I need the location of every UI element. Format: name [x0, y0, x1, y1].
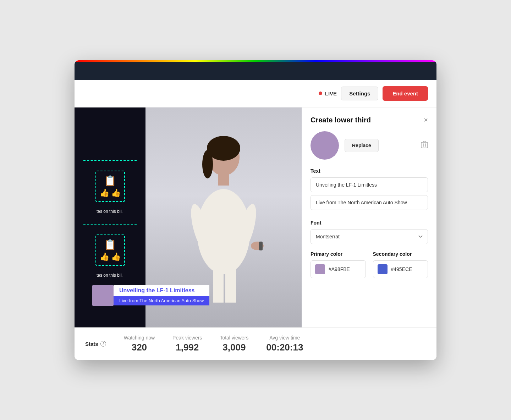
- colors-section: Primary color #A98FBE Secondary color #4…: [311, 251, 428, 278]
- receipt-icon: 📋: [104, 175, 116, 187]
- font-section: Font Montserrat Arial Roboto Open Sans L…: [311, 220, 428, 244]
- lower-third-text-container: Unveiling the LF-1 Limitless Live from T…: [114, 285, 209, 305]
- secondary-color-swatch-row[interactable]: #495ECE: [373, 260, 428, 278]
- video-area: 📋 👍 👍 tes on this bill. 📋 👍 👍 tes on thi: [75, 107, 302, 327]
- right-panel: Create lower third × Replace Te: [302, 107, 436, 327]
- avatar-preview: [311, 131, 339, 160]
- app-header: [75, 62, 436, 80]
- svg-rect-10: [259, 242, 263, 250]
- stat-watching-now: Watching now 320: [124, 335, 155, 353]
- stat-total-viewers-value: 3,009: [222, 342, 246, 353]
- text-label: Text: [311, 168, 428, 174]
- stat-watching-now-label: Watching now: [124, 335, 155, 341]
- secondary-color-swatch: [378, 264, 388, 274]
- bill-text-2: tes on this bill.: [97, 273, 123, 278]
- icon-item-1: 📋 👍 👍: [95, 171, 125, 202]
- panel-title: Create lower third: [311, 116, 371, 124]
- replace-button[interactable]: Replace: [345, 139, 379, 152]
- subtitle-input[interactable]: [311, 195, 428, 210]
- stats-info-icon[interactable]: i: [100, 341, 106, 347]
- end-event-button[interactable]: End event: [383, 86, 428, 101]
- avatar-section: Replace: [311, 131, 428, 160]
- secondary-color-group: Secondary color #495ECE: [373, 251, 428, 278]
- stat-avg-view-time-value: 00:20:13: [266, 342, 303, 353]
- svg-rect-6: [218, 173, 229, 186]
- delete-button[interactable]: [421, 140, 428, 150]
- lower-third-overlay: Unveiling the LF-1 Limitless Live from T…: [92, 285, 209, 306]
- lower-third-subtitle: Live from The North American Auto Show: [114, 296, 209, 305]
- font-label: Font: [311, 220, 428, 226]
- thumbs-up-icon-2: 👍: [111, 188, 121, 198]
- bill-text-1: tes on this bill.: [97, 209, 123, 214]
- stats-text: Stats: [85, 341, 98, 347]
- primary-color-swatch: [315, 264, 325, 274]
- svg-rect-7: [213, 267, 224, 303]
- trash-icon: [421, 140, 428, 148]
- thumbs-up-icon-3: 👍: [100, 252, 109, 261]
- live-indicator: LIVE: [319, 90, 337, 96]
- lower-third-title: Unveiling the LF-1 Limitless: [114, 285, 209, 296]
- primary-color-group: Primary color #A98FBE: [311, 251, 366, 278]
- font-select[interactable]: Montserrat Arial Roboto Open Sans Lato: [311, 229, 428, 244]
- receipt-icon-2: 📋: [104, 239, 116, 250]
- stat-peak-viewers: Peak viewers 1,992: [172, 335, 202, 353]
- stat-total-viewers-label: Total viewers: [220, 335, 248, 341]
- svg-rect-8: [225, 267, 236, 303]
- stat-watching-now-value: 320: [132, 342, 147, 353]
- text-section: Text: [311, 168, 428, 213]
- thumbs-up-icon-1: 👍: [100, 188, 109, 198]
- primary-color-swatch-row[interactable]: #A98FBE: [311, 260, 366, 278]
- stat-avg-view-time-label: Avg view time: [269, 335, 300, 341]
- live-label: LIVE: [325, 90, 337, 96]
- stat-peak-viewers-value: 1,992: [176, 342, 199, 353]
- secondary-color-value: #495ECE: [391, 266, 412, 272]
- stat-avg-view-time: Avg view time 00:20:13: [266, 335, 303, 353]
- lower-third-avatar: [92, 285, 114, 306]
- thumbs-up-icon-4: 👍: [111, 252, 121, 261]
- panel-header: Create lower third ×: [311, 116, 428, 124]
- app-window: LIVE Settings End event 📋 👍 👍 tes on thi…: [75, 60, 436, 360]
- stat-total-viewers: Total viewers 3,009: [220, 335, 248, 353]
- title-input[interactable]: [311, 177, 428, 192]
- live-dot-icon: [319, 92, 322, 95]
- close-button[interactable]: ×: [424, 116, 428, 123]
- primary-color-label: Primary color: [311, 251, 366, 257]
- primary-color-value: #A98FBE: [329, 266, 350, 272]
- dashed-line-top-1: [83, 160, 137, 161]
- stats-label: Stats i: [85, 341, 106, 347]
- dashed-line-mid-1: [83, 224, 137, 225]
- main-content: 📋 👍 👍 tes on this bill. 📋 👍 👍 tes on thi: [75, 107, 436, 327]
- secondary-color-label: Secondary color: [373, 251, 428, 257]
- settings-button[interactable]: Settings: [341, 87, 378, 100]
- icon-item-2: 📋 👍 👍: [95, 234, 125, 266]
- stats-bar: Stats i Watching now 320 Peak viewers 1,…: [75, 327, 436, 360]
- thumbs-icons: 👍 👍: [100, 188, 121, 198]
- thumbs-icons-2: 👍 👍: [100, 252, 121, 261]
- svg-point-2: [202, 150, 213, 178]
- toolbar: LIVE Settings End event: [75, 80, 436, 107]
- person-silhouette: [170, 129, 277, 306]
- svg-rect-11: [421, 142, 428, 148]
- stat-peak-viewers-label: Peak viewers: [172, 335, 202, 341]
